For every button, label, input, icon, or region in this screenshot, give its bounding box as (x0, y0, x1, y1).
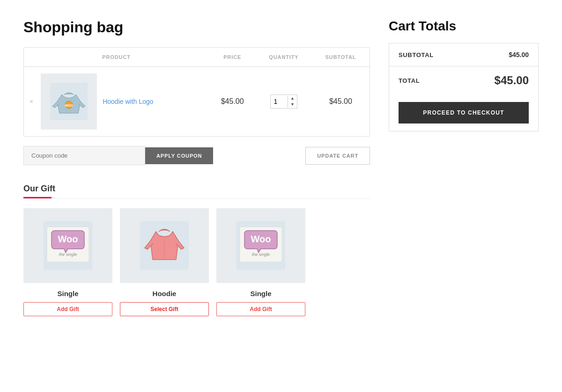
quantity-stepper[interactable]: ▲ ▼ (270, 94, 297, 109)
table-row: × (24, 67, 370, 137)
total-value: $45.00 (495, 74, 529, 87)
gift-card-1: Woo the single Single Add Gift (23, 208, 112, 316)
cart-totals-panel: Cart Totals SUBTOTAL $45.00 TOTAL $45.00… (389, 19, 539, 316)
svg-text:Woo: Woo (251, 234, 271, 244)
svg-text:Woo: Woo (58, 234, 78, 244)
product-name-link[interactable]: Hoodie with Logo (103, 98, 153, 105)
quantity-up-button[interactable]: ▲ (288, 95, 297, 102)
subtotal-row: SUBTOTAL $45.00 (389, 44, 538, 66)
gift-image-2 (120, 208, 209, 283)
product-price: $45.00 (209, 67, 256, 137)
page-title: Shopping bag (23, 19, 370, 36)
gift-add-button-3[interactable]: Add Gift (216, 302, 305, 316)
cart-table-wrapper: PRODUCT PRICE QUANTITY SUBTOTAL × (23, 47, 370, 137)
col-header-subtotal: SUBTOTAL (312, 48, 370, 67)
gift-name-1: Single (23, 290, 112, 298)
gift-image-3: Woo the single (216, 208, 305, 283)
gift-add-button-1[interactable]: Add Gift (23, 302, 112, 316)
gift-name-3: Single (216, 290, 305, 298)
col-header-product: PRODUCT (24, 48, 209, 67)
col-header-quantity: QUANTITY (256, 48, 312, 67)
product-image: WOO (41, 73, 97, 130)
gift-card-3: Woo the single Single Add Gift (216, 208, 305, 316)
svg-text:the single: the single (252, 252, 270, 257)
our-gift-title: Our Gift (23, 184, 55, 198)
quantity-down-button[interactable]: ▼ (288, 102, 297, 108)
cart-totals-title: Cart Totals (389, 19, 539, 34)
cart-totals-box: SUBTOTAL $45.00 TOTAL $45.00 PROCEED TO … (389, 43, 539, 131)
gift-select-button-2[interactable]: Select Gift (120, 302, 209, 316)
checkout-button[interactable]: PROCEED TO CHECKOUT (399, 102, 529, 123)
subtotal-value: $45.00 (509, 51, 529, 58)
col-header-price: PRICE (209, 48, 256, 67)
gift-image-1: Woo the single (23, 208, 112, 283)
total-label: TOTAL (399, 77, 420, 84)
apply-coupon-button[interactable]: APPLY COUPON (145, 147, 213, 164)
product-quantity-cell: ▲ ▼ (256, 67, 312, 137)
coupon-row: APPLY COUPON UPDATE CART (23, 146, 370, 165)
quantity-input[interactable] (271, 95, 288, 108)
svg-text:the single: the single (59, 252, 77, 257)
gift-card-2: Hoodie Select Gift (120, 208, 209, 316)
gift-name-2: Hoodie (120, 290, 209, 298)
product-subtotal: $45.00 (312, 67, 370, 137)
update-cart-button[interactable]: UPDATE CART (305, 147, 370, 165)
remove-item-button[interactable]: × (30, 98, 33, 105)
subtotal-label: SUBTOTAL (399, 51, 434, 58)
our-gift-section: Our Gift Woo (23, 184, 370, 316)
svg-text:WOO: WOO (65, 104, 73, 107)
coupon-input[interactable] (23, 146, 145, 165)
total-row: TOTAL $45.00 (389, 66, 538, 94)
gifts-grid: Woo the single Single Add Gift (23, 208, 370, 316)
